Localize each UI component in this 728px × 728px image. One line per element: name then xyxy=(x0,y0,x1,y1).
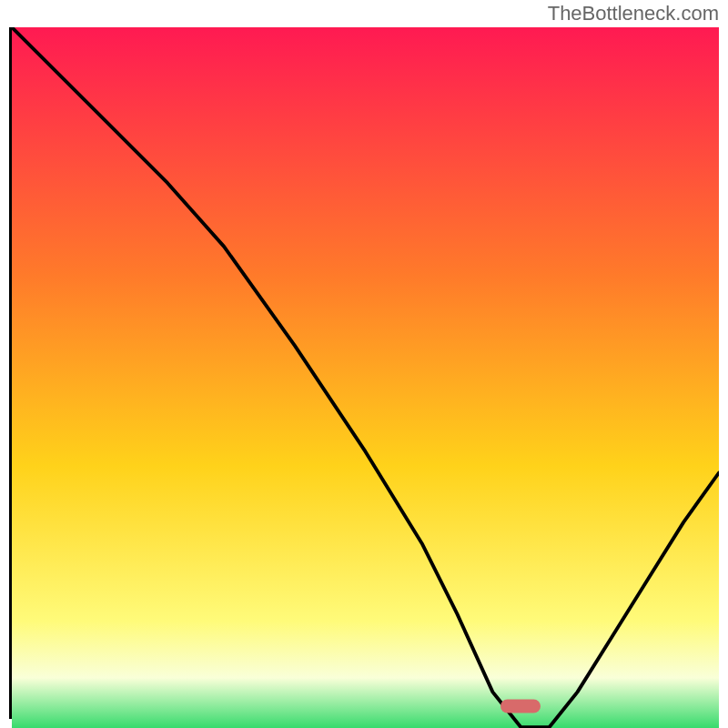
curve-layer xyxy=(12,27,719,728)
bottleneck-curve xyxy=(12,27,719,727)
optimal-marker xyxy=(500,699,541,713)
watermark-label: TheBottleneck.com xyxy=(548,2,719,25)
chart-viewport: TheBottleneck.com xyxy=(0,0,728,728)
plot-area xyxy=(9,27,719,719)
